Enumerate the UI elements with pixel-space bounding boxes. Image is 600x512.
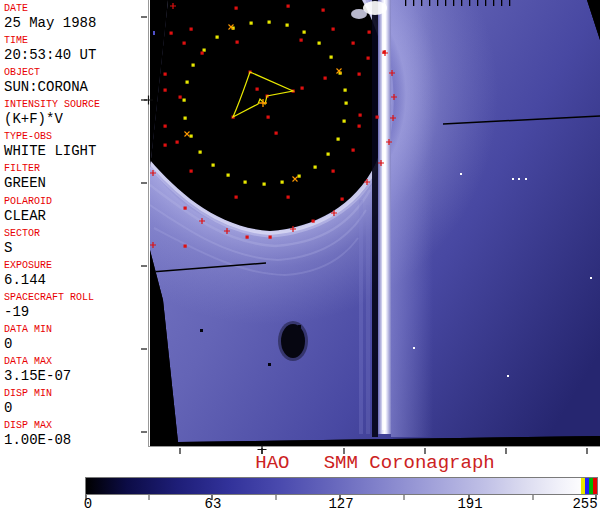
- sidebar-field: DISP MAX1.00E-08: [0, 420, 148, 452]
- field-label: TIME: [4, 35, 148, 47]
- edge-dash: [413, 0, 414, 6]
- metadata-sidebar: DATE25 May 1988TIME20:53:40 UTOBJECTSUN:…: [0, 0, 148, 446]
- sidebar-field: TIME20:53:40 UT: [0, 35, 148, 67]
- pylon-core: [382, 4, 386, 430]
- field-label: SECTOR: [4, 228, 148, 240]
- field-value: -19: [4, 304, 148, 321]
- edge-dash: [421, 0, 422, 6]
- sidebar-field: FILTERGREEN: [0, 163, 148, 195]
- field-value: (K+F)*V: [4, 111, 148, 128]
- edge-dash: [501, 0, 502, 6]
- field-label: FILTER: [4, 163, 148, 175]
- dark-speck: [200, 329, 203, 332]
- blue-speck: [153, 31, 155, 35]
- edge-dash: [485, 0, 486, 6]
- field-label: OBJECT: [4, 67, 148, 79]
- striation: [359, 200, 363, 434]
- pylon-top-flare: [351, 9, 367, 19]
- field-label: DISP MAX: [4, 420, 148, 432]
- white-speck: [512, 178, 514, 180]
- sidebar-field: TYPE-OBSWHITE LIGHT: [0, 131, 148, 163]
- white-speck: [413, 347, 415, 349]
- field-value: 1.00E-08: [4, 432, 148, 449]
- white-speck: [460, 173, 462, 175]
- field-value: S: [4, 240, 148, 257]
- sidebar-field: DATA MAX3.15E-07: [0, 356, 148, 388]
- field-label: INTENSITY SOURCE: [4, 99, 148, 111]
- dark-speck: [268, 363, 271, 366]
- field-value: WHITE LIGHT: [4, 143, 148, 160]
- field-value: GREEN: [4, 175, 148, 192]
- field-label: POLAROID: [4, 196, 148, 208]
- sidebar-field: SPACECRAFT ROLL-19: [0, 292, 148, 324]
- field-value: 0: [4, 336, 148, 353]
- colorbar-tick-label: 127: [328, 496, 353, 512]
- colorbar-tick-label: 191: [457, 496, 482, 512]
- pylon-gap: [372, 0, 378, 437]
- edge-dash: [405, 0, 406, 6]
- field-label: DISP MIN: [4, 388, 148, 400]
- colorbar-saturation-stripe: [593, 478, 597, 494]
- edge-dash: [509, 0, 510, 6]
- field-value: SUN:CORONA: [4, 79, 148, 96]
- colorbar: [85, 477, 598, 495]
- edge-dash: [453, 0, 454, 6]
- sidebar-field: DATA MIN0: [0, 324, 148, 356]
- coronagraph-image: [150, 0, 600, 446]
- sidebar-field: EXPOSURE6.144: [0, 260, 148, 292]
- sidebar-field: SECTORS: [0, 228, 148, 260]
- field-label: DATE: [4, 3, 148, 15]
- white-speck: [525, 178, 527, 180]
- field-label: EXPOSURE: [4, 260, 148, 272]
- sidebar-field: INTENSITY SOURCE(K+F)*V: [0, 99, 148, 131]
- white-speck: [518, 178, 520, 180]
- sidebar-field: DISP MIN0: [0, 388, 148, 420]
- field-value: 25 May 1988: [4, 15, 148, 32]
- sidebar-field: POLAROIDCLEAR: [0, 196, 148, 228]
- pylon-glow: [391, 0, 433, 437]
- field-label: TYPE-OBS: [4, 131, 148, 143]
- field-value: 20:53:40 UT: [4, 47, 148, 64]
- white-speck: [507, 375, 509, 377]
- white-speck: [590, 277, 592, 279]
- edge-dash: [437, 0, 438, 6]
- edge-dash: [469, 0, 470, 6]
- sidebar-field: OBJECTSUN:CORONA: [0, 67, 148, 99]
- field-label: DATA MAX: [4, 356, 148, 368]
- field-value: 0: [4, 400, 148, 417]
- field-value: 6.144: [4, 272, 148, 289]
- dust-blob: [281, 324, 305, 358]
- striation: [366, 205, 370, 434]
- edge-dash: [493, 0, 494, 6]
- edge-dash: [429, 0, 430, 6]
- colorbar-tick-label: 63: [205, 496, 222, 512]
- field-label: DATA MIN: [4, 324, 148, 336]
- sidebar-field: DATE25 May 1988: [0, 3, 148, 35]
- field-label: SPACECRAFT ROLL: [4, 292, 148, 304]
- page-title: HAO SMM Coronagraph: [150, 453, 600, 473]
- coronagraph-image-area: [150, 0, 600, 446]
- edge-dash: [461, 0, 462, 6]
- colorbar-tick-label: 255: [572, 496, 597, 512]
- field-value: 3.15E-07: [4, 368, 148, 385]
- edge-dash: [445, 0, 446, 6]
- edge-dash: [477, 0, 478, 6]
- field-value: CLEAR: [4, 208, 148, 225]
- colorbar-tick-label: 0: [84, 496, 92, 512]
- dark-speck: [298, 325, 301, 328]
